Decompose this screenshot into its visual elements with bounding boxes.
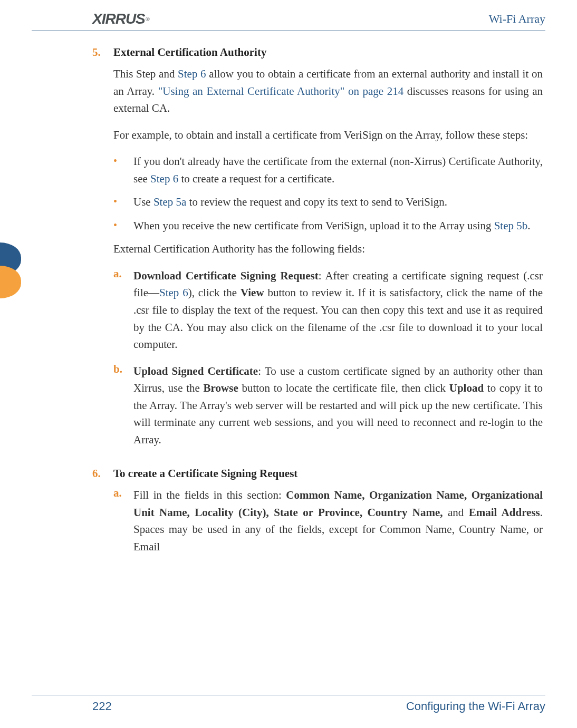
logo-registered: ®	[146, 16, 150, 22]
link-step-5a[interactable]: Step 5a	[153, 196, 186, 208]
sub-list-5: a. Download Certificate Signing Request:…	[113, 267, 543, 448]
content-area: 5. External Certification Authority This…	[32, 46, 545, 565]
sub-letter: a.	[113, 267, 133, 353]
sub-letter: a.	[113, 487, 133, 555]
step-number: 5.	[92, 46, 113, 458]
step-5-para2: For example, to obtain and install a cer…	[113, 127, 543, 144]
bullet-icon: •	[113, 217, 133, 235]
sub-item-5a: a. Download Certificate Signing Request:…	[113, 267, 543, 353]
sub-item-6a: a. Fill in the fields in this section: C…	[113, 487, 543, 555]
link-step-6-b[interactable]: Step 6	[150, 172, 178, 185]
bullet-list: • If you don't already have the certific…	[113, 153, 543, 234]
bullet-text-2: Use Step 5a to review the request and co…	[133, 193, 543, 211]
page-footer: 222 Configuring the Wi-Fi Array	[32, 695, 545, 713]
sub-item-5b: b. Upload Signed Certificate: To use a c…	[113, 363, 543, 449]
sub-text-5a: Download Certificate Signing Request: Af…	[133, 267, 543, 353]
page-header: XIRRUS® Wi-Fi Array	[32, 11, 545, 31]
sub-list-6: a. Fill in the fields in this section: C…	[113, 487, 543, 555]
bullet-text-1: If you don't already have the certificat…	[133, 153, 543, 187]
logo: XIRRUS®	[32, 11, 150, 27]
step-6: 6. To create a Certificate Signing Reque…	[92, 467, 543, 565]
step-5-title: External Certification Authority	[113, 46, 543, 59]
bullet-item: • If you don't already have the certific…	[113, 153, 543, 187]
sub-letter: b.	[113, 363, 133, 449]
link-step-6[interactable]: Step 6	[178, 67, 206, 80]
page-number: 222	[92, 700, 112, 713]
bullet-item: • When you receive the new certificate f…	[113, 217, 543, 235]
bullet-icon: •	[113, 193, 133, 211]
sub-text-5b: Upload Signed Certificate: To use a cust…	[133, 363, 543, 449]
step-5-para3: External Certification Authority has the…	[113, 240, 543, 258]
logo-text: XIRRUS	[92, 11, 145, 27]
step-number: 6.	[92, 467, 113, 565]
link-step-5b[interactable]: Step 5b	[494, 219, 528, 232]
step-6-title: To create a Certificate Signing Request	[113, 467, 543, 480]
link-external-ca-page[interactable]: "Using an External Certificate Authority…	[158, 85, 404, 98]
step-5: 5. External Certification Authority This…	[92, 46, 543, 458]
header-title: Wi-Fi Array	[489, 12, 545, 26]
footer-section-title: Configuring the Wi-Fi Array	[406, 700, 545, 713]
bullet-item: • Use Step 5a to review the request and …	[113, 193, 543, 211]
link-step-6-c[interactable]: Step 6	[159, 286, 188, 299]
sub-text-6a: Fill in the fields in this section: Comm…	[133, 487, 543, 555]
bullet-icon: •	[113, 153, 133, 187]
step-5-para1: This Step and Step 6 allow you to obtain…	[113, 65, 543, 117]
bullet-text-3: When you receive the new certificate fro…	[133, 217, 543, 235]
